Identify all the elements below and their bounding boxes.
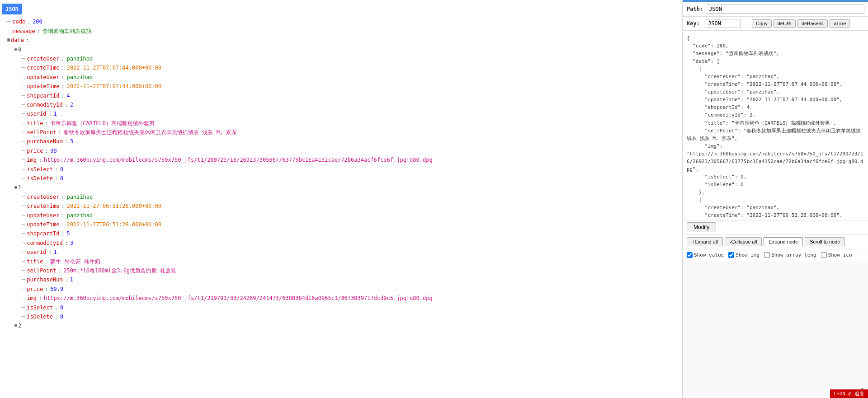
item0-index: 0: [18, 45, 21, 54]
i1-title-val: 蒙牛 特仑苏 纯牛奶: [50, 257, 100, 266]
show-ico-checkbox[interactable]: Show ico: [821, 252, 852, 258]
footer-bar: CSDN @ 追客: [830, 389, 868, 398]
i1-isSelect-val: 0: [60, 303, 63, 312]
i0-userId-key: userId: [27, 109, 46, 118]
i0-isDelete-key: isDelete: [27, 174, 53, 183]
dash: ─: [7, 17, 10, 26]
i0-title-val: 卡帝乐鳄鱼（CARTELO）高端颗粒绒外套男: [50, 119, 155, 128]
i1-updateTime-val: 2022-11-27T06:51:28.000+00:00: [66, 220, 161, 229]
i0-commodityId-key: commodityId: [27, 100, 62, 109]
i0-userId-val: 1: [54, 109, 57, 118]
i0-sellPoint-key: sellPoint: [27, 128, 56, 137]
i1-purchaseNum-key: purchaseNum: [27, 275, 62, 284]
show-value-checkbox[interactable]: Show value: [687, 252, 724, 258]
code-key: code: [12, 17, 25, 26]
i1-createTime-key: createTime: [27, 201, 59, 211]
i0-shopcartId-key: shopcartId: [27, 91, 59, 100]
code-value: 200: [33, 17, 42, 26]
i1-img-val: https://m.360buyimg.com/mobilecms/s750x7…: [44, 294, 433, 303]
i1-createTime-val: 2022-11-27T06:51:28.000+00:00: [66, 201, 161, 211]
i0-updateUser-val: panzihao: [66, 73, 93, 82]
i1-userId-val: 1: [54, 248, 57, 257]
deuri-button[interactable]: deURI: [774, 19, 796, 28]
i1-createUser-key: createUser: [27, 192, 59, 201]
key-row: Key: ： Copy deURI deBase64 aLine: [683, 17, 868, 31]
i0-price-val: 99: [50, 146, 57, 155]
i1-createUser-val: panzihao: [66, 192, 93, 201]
i1-price-val: 69.9: [50, 285, 63, 294]
checkbox-row: Show value Show img Show array leng Show…: [683, 249, 868, 261]
key-input[interactable]: [705, 19, 741, 28]
i0-createUser-val: panzihao: [66, 54, 93, 63]
item0-toggle[interactable]: ▣: [14, 45, 17, 53]
i0-isSelect-val: 0: [60, 165, 63, 174]
i1-commodityId-key: commodityId: [27, 239, 62, 248]
i1-price-key: price: [27, 285, 43, 294]
aline-button[interactable]: aLine: [830, 19, 850, 28]
data-key: data: [11, 36, 24, 45]
data-toggle[interactable]: ▣: [7, 36, 10, 43]
i1-isDelete-key: isDelete: [27, 312, 53, 321]
i1-shopcartId-key: shopcartId: [27, 229, 59, 238]
i0-purchaseNum-val: 3: [70, 137, 73, 146]
message-value: 查询购物车列表成功: [42, 27, 91, 36]
i1-sellPoint-key: sellPoint: [27, 266, 56, 275]
message-key: message: [12, 27, 35, 36]
show-array-leng-checkbox[interactable]: Show array leng: [764, 252, 816, 258]
i0-updateTime-val: 2022-11-27T07:07:44.000+00:00: [66, 82, 161, 91]
i0-createTime-key: createTime: [27, 63, 59, 72]
action-row: +Expand all -Collapse all Expand node Sc…: [683, 234, 868, 249]
show-img-checkbox[interactable]: Show img: [728, 252, 760, 258]
i1-updateUser-key: updateUser: [27, 211, 59, 220]
i0-price-key: price: [27, 146, 43, 155]
json-tree-panel: JSON ─ code ： 200 ─ message ： 查询购物车列表成功 …: [0, 0, 683, 398]
path-input[interactable]: [706, 5, 864, 14]
i0-img-val: https://m.360buyimg.com/mobilecms/s750x7…: [44, 155, 433, 164]
i0-commodityId-val: 2: [70, 100, 73, 109]
json-text-display: { "code": 200, "message": "查询购物车列表成功", "…: [683, 31, 868, 220]
i0-isSelect-key: isSelect: [27, 165, 53, 174]
i0-updateUser-key: updateUser: [27, 73, 59, 82]
i0-purchaseNum-key: purchaseNum: [27, 137, 62, 146]
right-panel: Path: Key: ： Copy deURI deBase64 aLine {…: [683, 0, 868, 398]
path-row: Path:: [683, 2, 868, 17]
i0-createUser-key: createUser: [27, 54, 59, 63]
i0-shopcartId-val: 4: [66, 91, 70, 100]
i1-purchaseNum-val: 1: [70, 275, 73, 284]
i1-sellPoint-val: 250ml*16每100ml含3.6g优质蛋白质 礼盒装: [63, 266, 176, 275]
modify-row: Modify: [683, 220, 868, 234]
i1-title-key: title: [27, 257, 43, 266]
modify-button[interactable]: Modify: [687, 222, 716, 232]
i1-updateUser-val: panzihao: [66, 211, 93, 220]
i0-img-key: img: [27, 155, 37, 164]
i0-title-key: title: [27, 119, 43, 128]
copy-button[interactable]: Copy: [752, 19, 772, 28]
i1-commodityId-val: 3: [70, 239, 73, 248]
scroll-to-node-button[interactable]: Scroll to node: [805, 237, 845, 246]
i1-img-key: img: [27, 294, 37, 303]
item1-toggle[interactable]: ▣: [14, 183, 17, 191]
i1-updateTime-key: updateTime: [27, 220, 59, 229]
i0-createTime-val: 2022-11-27T07:07:44.000+00:00: [66, 63, 161, 72]
i1-isSelect-key: isSelect: [27, 303, 53, 312]
collapse-all-button[interactable]: -Collapse all: [725, 237, 762, 246]
expand-node-button[interactable]: Expand node: [764, 237, 803, 246]
i0-updateTime-key: updateTime: [27, 82, 59, 91]
item2-toggle[interactable]: ▣: [14, 321, 17, 329]
path-label: Path:: [687, 6, 703, 12]
item1-index: 1: [18, 183, 21, 192]
item2-index: 2: [18, 321, 21, 330]
i0-sellPoint-val: 春秋冬款加厚男士连帽摇粒绒夹克休闲卫衣羊羔绒抓绒衣 浅灰 M, 京东: [63, 128, 237, 137]
i1-shopcartId-val: 5: [66, 229, 70, 238]
i0-isDelete-val: 0: [60, 174, 63, 183]
key-label: Key:: [687, 20, 700, 27]
debase64-button[interactable]: deBase64: [797, 19, 828, 28]
i1-userId-key: userId: [27, 248, 46, 257]
i1-isDelete-val: 0: [60, 312, 63, 321]
expand-all-button[interactable]: +Expand all: [687, 237, 723, 246]
json-badge: JSON: [2, 4, 22, 14]
